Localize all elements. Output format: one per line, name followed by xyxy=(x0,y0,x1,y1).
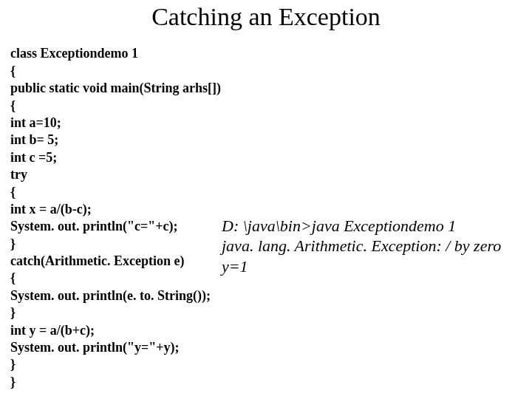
code-line: try xyxy=(10,167,27,182)
code-line: } xyxy=(10,236,16,251)
code-line: { xyxy=(10,185,16,200)
output-line: D: \java\bin>java Exceptiondemo 1 xyxy=(222,216,456,235)
output-line: y=1 xyxy=(222,257,248,276)
code-line: } xyxy=(10,357,16,372)
code-line: int x = a/(b-c); xyxy=(10,202,92,216)
code-line: System. out. println("y="+y); xyxy=(10,340,180,355)
code-line: { xyxy=(10,98,16,113)
code-line: { xyxy=(10,64,16,78)
code-line: System. out. println("c="+c); xyxy=(10,219,177,233)
code-line: class Exceptiondemo 1 xyxy=(10,46,138,61)
code-line: int c =5; xyxy=(10,150,57,165)
code-line: { xyxy=(10,270,16,285)
code-line: } xyxy=(10,375,16,389)
code-line: } xyxy=(10,305,16,320)
code-line: int b= 5; xyxy=(10,132,58,147)
output-line: java. lang. Arithmetic. Exception: / by … xyxy=(222,236,501,255)
slide-title: Catching an Exception xyxy=(0,3,532,31)
code-line: int a=10; xyxy=(10,115,61,130)
code-line: int y = a/(b+c); xyxy=(10,323,95,338)
code-line: public static void main(String arhs[]) xyxy=(10,81,221,95)
code-block: class Exceptiondemo 1 { public static vo… xyxy=(10,28,221,391)
code-line: System. out. println(e. to. String()); xyxy=(10,288,211,303)
output-block: D: \java\bin>java Exceptiondemo 1 java. … xyxy=(222,195,501,276)
code-line: catch(Arithmetic. Exception e) xyxy=(10,253,184,268)
